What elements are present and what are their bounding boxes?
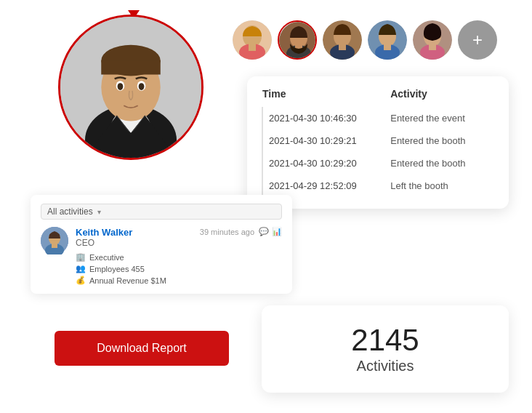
crm-tag: 💰Annual Revenue $1M	[76, 276, 193, 285]
crm-user-row: Keith Walker CEO 🏢Executive👥Employees 45…	[41, 227, 282, 285]
svg-rect-22	[339, 43, 346, 50]
svg-point-9	[118, 83, 124, 90]
crm-user-name[interactable]: Keith Walker	[76, 227, 193, 238]
activity-time: 2021-04-29 12:52:09	[262, 175, 390, 197]
crm-tag: 🏢Executive	[76, 252, 193, 262]
activity-description: Left the booth	[390, 175, 493, 197]
col-time-header: Time	[262, 88, 390, 107]
chevron-down-icon: ▾	[97, 208, 101, 216]
crm-tags: 🏢Executive👥Employees 455💰Annual Revenue …	[76, 252, 193, 285]
crm-user-title: CEO	[76, 238, 193, 248]
tag-icon: 💰	[76, 276, 86, 285]
crm-meta-icons: 💬 📊	[259, 227, 282, 236]
activity-description: Entered the booth	[390, 129, 493, 152]
activity-time: 2021-04-30 10:46:30	[262, 107, 390, 129]
stats-card: 2145 Activities	[262, 305, 509, 393]
svg-point-10	[139, 83, 145, 90]
activity-time: 2021-04-30 10:29:21	[262, 129, 390, 152]
crm-user-info: Keith Walker CEO 🏢Executive👥Employees 45…	[76, 227, 193, 285]
add-avatar-button[interactable]: +	[458, 20, 497, 60]
chart-icon: 📊	[272, 227, 282, 236]
message-icon: 💬	[259, 227, 269, 236]
avatars-row: +	[233, 20, 497, 60]
tag-label: Annual Revenue $1M	[89, 276, 166, 285]
crm-time-ago: 39 minutes ago	[200, 228, 254, 236]
tag-icon: 🏢	[76, 252, 86, 262]
svg-rect-6	[101, 60, 160, 74]
download-report-label: Download Report	[97, 342, 187, 355]
activity-description: Entered the booth	[390, 152, 493, 175]
activity-table: Time Activity 2021-04-30 10:46:30Entered…	[262, 88, 494, 197]
stats-number: 2145	[351, 324, 419, 357]
activity-time: 2021-04-30 10:29:20	[262, 152, 390, 175]
activity-card: Time Activity 2021-04-30 10:46:30Entered…	[247, 76, 509, 209]
crm-card: All activities ▾ Keith Walker CEO 🏢Execu…	[31, 195, 292, 294]
main-profile-avatar	[58, 15, 203, 160]
crm-tag: 👥Employees 455	[76, 264, 193, 273]
svg-rect-30	[429, 43, 436, 50]
crm-filter-dropdown[interactable]: All activities ▾	[41, 204, 282, 220]
crm-user-avatar	[41, 227, 68, 254]
avatar-2[interactable]	[278, 20, 317, 60]
activity-row: 2021-04-30 10:29:20Entered the booth	[262, 152, 493, 175]
svg-rect-26	[384, 43, 391, 50]
avatar-5[interactable]	[413, 20, 452, 60]
activity-description: Entered the event	[390, 107, 493, 129]
avatar-4[interactable]	[368, 20, 407, 60]
download-report-button[interactable]: Download Report	[55, 331, 229, 366]
activity-row: 2021-04-30 10:29:21Entered the booth	[262, 129, 493, 152]
avatar-3[interactable]	[323, 20, 362, 60]
tag-icon: 👥	[76, 264, 86, 273]
activity-row: 2021-04-29 12:52:09Left the booth	[262, 175, 493, 197]
tag-label: Executive	[89, 253, 124, 262]
crm-filter-label: All activities	[47, 206, 93, 217]
svg-rect-14	[249, 44, 256, 51]
svg-rect-34	[52, 243, 57, 248]
crm-meta: 39 minutes ago 💬 📊	[200, 227, 282, 236]
stats-label: Activities	[357, 358, 414, 374]
tag-label: Employees 455	[89, 265, 145, 273]
person-illustration	[60, 17, 201, 158]
avatar-1[interactable]	[233, 20, 272, 60]
activity-row: 2021-04-30 10:46:30Entered the event	[262, 107, 493, 129]
col-activity-header: Activity	[390, 88, 493, 107]
